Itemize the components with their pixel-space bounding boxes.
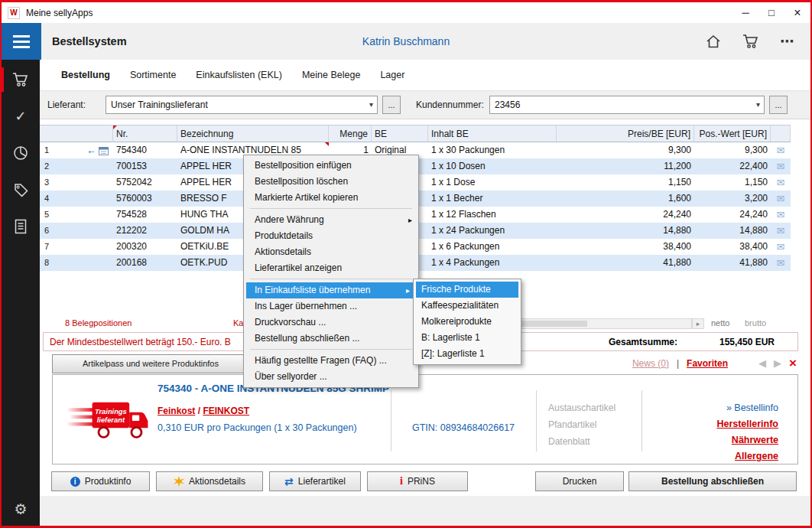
menu-item-faq[interactable]: Häufig gestellte Fragen (FAQ) ... — [244, 353, 418, 369]
envelope-icon[interactable]: ✉ — [771, 207, 791, 223]
kundennummer-select[interactable]: 23456 ▾ — [489, 96, 765, 114]
herstellerinfo-link[interactable]: Herstellerinfo — [716, 419, 778, 429]
drucken-button[interactable]: Drucken — [535, 471, 624, 491]
header-pos-wert[interactable]: Pos.-Wert [EUR] — [694, 125, 771, 142]
envelope-icon[interactable]: ✉ — [771, 255, 791, 271]
cell-inhalt-be[interactable]: 1 x 12 Flaschen — [428, 207, 557, 223]
envelope-icon[interactable]: ✉ — [771, 239, 791, 255]
menu-item-druckvorschau[interactable]: Druckvorschau ... — [244, 315, 418, 331]
menu-item-aktionsdetails[interactable]: Aktionsdetails — [244, 244, 418, 260]
header-bezeichnung[interactable]: Bezeichnung — [177, 125, 329, 142]
cell-pos-wert[interactable]: 14,880 — [694, 223, 771, 239]
settings-gear-icon[interactable]: ⚙ — [2, 500, 40, 518]
envelope-icon[interactable]: ✉ — [771, 158, 791, 174]
artikelpass-tab[interactable]: Artikelpass und weitere Produktinfos — [52, 354, 249, 373]
main-category-link[interactable]: FEINKOST — [203, 406, 249, 416]
cell-nr[interactable]: 5760003 — [113, 191, 177, 207]
menu-item-andere-waehrung[interactable]: Andere Währung ▸ — [244, 212, 418, 228]
cell-preis-be[interactable]: 1,600 — [557, 191, 694, 207]
next-arrow-icon[interactable]: ▶ — [774, 357, 781, 369]
close-button[interactable]: × — [784, 2, 810, 23]
cell-preis-be[interactable]: 11,200 — [557, 158, 694, 174]
cell-preis-be[interactable]: 9,300 — [557, 142, 694, 158]
user-name[interactable]: Katrin Buschmann — [362, 23, 450, 60]
menu-item-lieferartikel-anzeigen[interactable]: Lieferartikel anzeigen — [244, 260, 418, 276]
prins-button[interactable]: i PRiNS — [367, 471, 468, 491]
maximize-button[interactable]: □ — [758, 2, 784, 23]
cell-nr[interactable]: 5752042 — [113, 174, 177, 191]
cell-pos-wert[interactable]: 24,240 — [694, 207, 771, 223]
menu-item-bestellposition-loeschen[interactable]: Bestellposition löschen — [244, 174, 418, 190]
favoriten-link[interactable]: Favoriten — [687, 358, 728, 369]
sidebar-item-freigaben[interactable]: ✓ — [2, 98, 40, 135]
header-nr[interactable]: Nr. — [113, 125, 177, 142]
aktionsdetails-button[interactable]: Aktionsdetails — [156, 471, 263, 491]
lieferartikel-button[interactable]: ⇄ Lieferartikel — [269, 471, 361, 491]
tab-lager[interactable]: Lager — [380, 70, 404, 80]
menu-item-bestellposition-einfuegen[interactable]: Bestellposition einfügen — [244, 158, 418, 174]
cart-icon[interactable] — [742, 34, 760, 49]
calendar-icon[interactable] — [99, 146, 109, 155]
cell-preis-be[interactable]: 1,150 — [557, 174, 694, 191]
lieferant-more-button[interactable]: ... — [382, 96, 401, 114]
produktinfo-button[interactable]: i Produktinfo — [51, 471, 150, 491]
prev-arrow-icon[interactable]: ◀ — [758, 357, 766, 369]
sidebar-item-kataloge[interactable] — [2, 208, 40, 245]
cell-pos-wert[interactable]: 3,200 — [694, 191, 771, 207]
cell-inhalt-be[interactable]: 1 x 1 Dose — [428, 174, 557, 191]
tab-einkaufslisten[interactable]: Einkaufslisten (EKL) — [196, 70, 282, 80]
cell-pos-wert[interactable]: 38,400 — [694, 239, 771, 255]
netto-toggle[interactable]: netto — [711, 318, 729, 328]
submenu-item-kaffeespezialitaeten[interactable]: Kaffeespezialitäten — [414, 298, 521, 314]
naehrwerte-link[interactable]: Nährwerte — [732, 435, 778, 445]
cell-nr[interactable]: 200168 — [113, 255, 177, 271]
header-inhalt-be[interactable]: Inhalt BE — [428, 125, 557, 142]
tab-sortimente[interactable]: Sortimente — [130, 70, 176, 80]
menu-item-produktdetails[interactable]: Produktdetails — [244, 228, 418, 244]
tab-meine-belege[interactable]: Meine Belege — [302, 70, 360, 80]
cell-inhalt-be[interactable]: 1 x 30 Packungen — [428, 142, 557, 158]
cell-inhalt-be[interactable]: 1 x 6 Packungen — [428, 239, 557, 255]
sidebar-item-bestellsystem[interactable] — [2, 61, 40, 98]
envelope-icon[interactable]: ✉ — [771, 174, 791, 191]
menu-item-artikel-kopieren[interactable]: Markierte Artikel kopieren — [244, 190, 418, 206]
header-preis-be[interactable]: Preis/BE [EUR] — [557, 125, 694, 142]
cell-preis-be[interactable]: 38,400 — [557, 239, 694, 255]
close-panel-icon[interactable]: × — [789, 357, 797, 370]
header-menge[interactable]: Menge — [329, 125, 372, 142]
menu-item-ueber-sellyorder[interactable]: Über sellyorder ... — [244, 369, 418, 385]
cell-pos-wert[interactable]: 1,150 — [694, 174, 771, 191]
brutto-toggle[interactable]: brutto — [745, 318, 766, 328]
lieferant-select[interactable]: Unser Trainingslieferant ▾ — [106, 96, 378, 114]
cell-nr[interactable]: 700153 — [113, 158, 177, 174]
news-link[interactable]: News (0) — [632, 358, 669, 369]
cell-preis-be[interactable]: 41,880 — [557, 255, 694, 271]
sidebar-item-statistik[interactable] — [2, 135, 40, 171]
more-options-icon[interactable]: ⋯ — [780, 33, 794, 50]
cell-inhalt-be[interactable]: 1 x 24 Packungen — [428, 223, 557, 239]
cell-pos-wert[interactable]: 41,880 — [694, 255, 771, 271]
cell-nr[interactable]: 754340 — [113, 142, 177, 158]
submenu-item-frische-produkte[interactable]: Frische Produkte — [416, 282, 518, 298]
cell-pos-wert[interactable]: 22,400 — [694, 158, 771, 174]
envelope-icon[interactable]: ✉ — [771, 223, 791, 239]
undo-arrow-icon[interactable]: ← — [86, 145, 96, 155]
minimize-button[interactable]: ─ — [732, 2, 758, 23]
bestellung-abschliessen-button[interactable]: Bestellung abschließen — [628, 471, 797, 491]
scroll-right-arrow[interactable]: ▸ — [692, 318, 704, 329]
kundennummer-more-button[interactable]: ... — [769, 96, 788, 114]
cell-pos-wert[interactable]: 9,300 — [694, 142, 771, 158]
cell-inhalt-be[interactable]: 1 x 10 Dosen — [428, 158, 557, 174]
menu-item-in-einkaufsliste-uebernehmen[interactable]: In Einkaufsliste übernehmen ▸ — [246, 282, 416, 298]
allergene-link[interactable]: Allergene — [735, 451, 778, 461]
cell-nr[interactable]: 200320 — [113, 239, 177, 255]
cell-nr[interactable]: 212202 — [113, 223, 177, 239]
menu-item-ins-lager-uebernehmen[interactable]: Ins Lager übernehmen ... — [244, 298, 418, 315]
submenu-item-lagerliste-z[interactable]: [Z]: Lagerliste 1 — [414, 346, 521, 362]
cell-preis-be[interactable]: 24,240 — [557, 207, 694, 223]
submenu-item-lagerliste-b[interactable]: B: Lagerliste 1 — [414, 330, 521, 346]
tab-bestellung[interactable]: Bestellung — [61, 70, 110, 80]
cell-inhalt-be[interactable]: 1 x 1 Becher — [428, 191, 557, 207]
envelope-icon[interactable]: ✉ — [771, 142, 791, 158]
submenu-item-molkereiprodukte[interactable]: Molkereiprodukte — [414, 314, 521, 330]
